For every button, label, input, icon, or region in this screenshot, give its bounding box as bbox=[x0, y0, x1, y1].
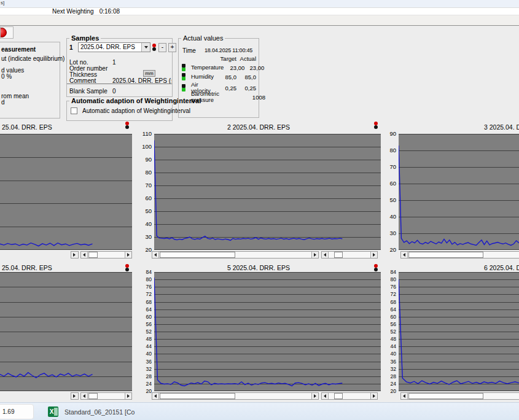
traffic-light-icon bbox=[374, 121, 378, 130]
chart-title: 3 2025.04. DRR. EPS bbox=[484, 123, 519, 131]
scroll-left-button[interactable] bbox=[152, 393, 159, 399]
scroll-left-button[interactable] bbox=[322, 252, 329, 258]
y-axis-tick-label: 80 bbox=[137, 169, 152, 176]
y-axis-labels: 2030405060708090100110 bbox=[136, 134, 154, 250]
scroll-left-button[interactable] bbox=[152, 252, 159, 258]
traffic-light-icon bbox=[374, 263, 378, 272]
chart-zoom-scrollbar[interactable] bbox=[80, 392, 132, 400]
y-axis-tick-label: 80 bbox=[137, 276, 152, 282]
samples-box: Samples 1 2025.04. DRR. EPS - + Lot no. … bbox=[66, 38, 173, 97]
blank-sample-value: 0 bbox=[112, 88, 116, 95]
time-label: Time bbox=[182, 47, 196, 54]
option-fragment: rom mean bbox=[1, 93, 29, 99]
scroll-left-button[interactable] bbox=[322, 393, 329, 399]
y-axis-tick-label: 20 bbox=[137, 247, 152, 253]
next-weighting-countdown: 0:16:08 bbox=[100, 8, 120, 15]
chart-hscrollbar[interactable] bbox=[400, 251, 519, 259]
chevron-down-icon[interactable] bbox=[141, 43, 150, 52]
chart-zoom-scrollbar[interactable] bbox=[321, 392, 378, 400]
excel-icon: X bbox=[48, 406, 58, 417]
scroll-left-button[interactable] bbox=[81, 393, 88, 399]
humidity-label: Humidity bbox=[189, 74, 216, 80]
chart-hscrollbar[interactable] bbox=[400, 392, 519, 400]
y-axis-tick-label: 76 bbox=[381, 284, 396, 290]
y-axis-tick-label: 20 bbox=[381, 388, 396, 394]
scroll-right-button[interactable] bbox=[370, 252, 377, 258]
sample-add-button[interactable]: + bbox=[168, 43, 176, 52]
chart-zoom-scrollbar[interactable] bbox=[80, 251, 132, 259]
scrollbar-thumb[interactable] bbox=[160, 393, 235, 399]
chart-title: 6 2025.04. DRR. EPS bbox=[484, 264, 519, 271]
chart-panel-1: 25.04. DRR. EPS bbox=[0, 120, 132, 261]
traffic-light-icon bbox=[125, 263, 130, 272]
barometric-pressure-label: Barometric pressure bbox=[189, 91, 225, 103]
chart-panel-5: 5 2025.04. DRR. EPS 20242832364044485256… bbox=[136, 263, 381, 402]
y-axis-tick-label: 60 bbox=[381, 314, 396, 320]
temperature-status-icon bbox=[182, 63, 186, 72]
chart-zoom-scrollbar[interactable] bbox=[321, 251, 378, 259]
time-value: 18.04.2025 11:00:45 bbox=[205, 47, 252, 53]
scrollbar-thumb[interactable] bbox=[334, 252, 343, 258]
sample-select[interactable]: 2025.04. DRR. EPS bbox=[78, 42, 150, 52]
scroll-right-button[interactable] bbox=[311, 252, 318, 258]
humidity-actual: 85,0 bbox=[236, 74, 256, 80]
stop-measurement-button[interactable] bbox=[0, 26, 14, 39]
chart-panel-4: 25.04. DRR. EPS bbox=[0, 263, 132, 402]
background-window-strip: s] bbox=[0, 0, 519, 8]
chart-title-bar: 5 2025.04. DRR. EPS bbox=[136, 263, 381, 272]
taskbar: 1.69 X Standard_06_20151 [Co bbox=[0, 402, 519, 420]
scrollbar-thumb[interactable] bbox=[408, 252, 483, 258]
scroll-left-button[interactable] bbox=[401, 393, 408, 399]
application-window: s] Next Weighting 0:16:08 easurement ut … bbox=[0, 0, 519, 420]
scroll-right-button[interactable] bbox=[71, 392, 79, 400]
y-axis-tick-label: 72 bbox=[137, 291, 152, 297]
y-axis-tick-label: 44 bbox=[381, 343, 396, 349]
y-axis-tick-label: 52 bbox=[137, 329, 152, 335]
y-axis-tick-label: 20 bbox=[381, 247, 396, 253]
scroll-right-button[interactable] bbox=[311, 393, 318, 399]
y-axis-tick-label: 50 bbox=[137, 208, 152, 214]
chart-panel-2: 2 2025.04. DRR. EPS 20304050607080901001… bbox=[136, 120, 381, 261]
chart-plot-area bbox=[399, 134, 519, 250]
humidity-status-icon bbox=[182, 72, 186, 81]
y-axis-labels: 2024283236404448525660646872768084 bbox=[387, 272, 399, 391]
y-axis-tick-label: 44 bbox=[137, 343, 152, 349]
y-axis-tick-label: 36 bbox=[137, 359, 152, 365]
scroll-left-button[interactable] bbox=[81, 252, 88, 258]
scrollbar-thumb[interactable] bbox=[88, 393, 98, 399]
scrollbar-thumb[interactable] bbox=[88, 252, 98, 258]
scroll-right-button[interactable] bbox=[125, 252, 131, 258]
y-axis-tick-label: 28 bbox=[137, 373, 152, 379]
y-axis-tick-label: 60 bbox=[137, 314, 152, 320]
y-axis-tick-label: 40 bbox=[137, 221, 152, 227]
toolbar-strip bbox=[0, 15, 519, 26]
scroll-right-button[interactable] bbox=[125, 393, 131, 399]
y-axis-tick-label: 40 bbox=[381, 214, 396, 220]
y-axis-tick-label: 32 bbox=[137, 366, 152, 372]
y-axis-tick-label: 100 bbox=[137, 144, 152, 150]
temperature-label: Temperature bbox=[189, 64, 224, 71]
sample-remove-button[interactable]: - bbox=[158, 43, 166, 52]
chart-hscrollbar[interactable] bbox=[152, 392, 319, 400]
taskbar-item-1-label: 1.69 bbox=[2, 408, 14, 415]
auto-adaption-checkbox[interactable] bbox=[71, 107, 77, 114]
chart-hscrollbar[interactable] bbox=[152, 251, 319, 259]
y-axis-tick-label: 80 bbox=[381, 147, 396, 154]
scrollbar-thumb[interactable] bbox=[408, 393, 483, 399]
y-axis-tick-label: 30 bbox=[381, 230, 396, 236]
scrollbar-thumb[interactable] bbox=[160, 252, 235, 258]
taskbar-item-1[interactable]: 1.69 bbox=[0, 404, 34, 419]
y-axis-tick-label: 60 bbox=[381, 181, 396, 187]
scroll-right-button[interactable] bbox=[370, 393, 377, 399]
y-axis-tick-label: 50 bbox=[381, 197, 396, 203]
divider bbox=[67, 84, 172, 84]
sample-select-value: 2025.04. DRR. EPS bbox=[79, 43, 141, 52]
chart-title: 5 2025.04. DRR. EPS bbox=[227, 264, 290, 271]
chart-plot-area bbox=[0, 272, 132, 391]
scroll-left-button[interactable] bbox=[401, 252, 408, 258]
y-axis-tick-label: 28 bbox=[381, 373, 396, 379]
taskbar-item-excel[interactable]: X Standard_06_20151 [Co bbox=[48, 404, 135, 419]
scrollbar-thumb[interactable] bbox=[334, 393, 343, 399]
y-axis-tick-label: 30 bbox=[137, 234, 152, 240]
scroll-right-button[interactable] bbox=[71, 251, 79, 259]
